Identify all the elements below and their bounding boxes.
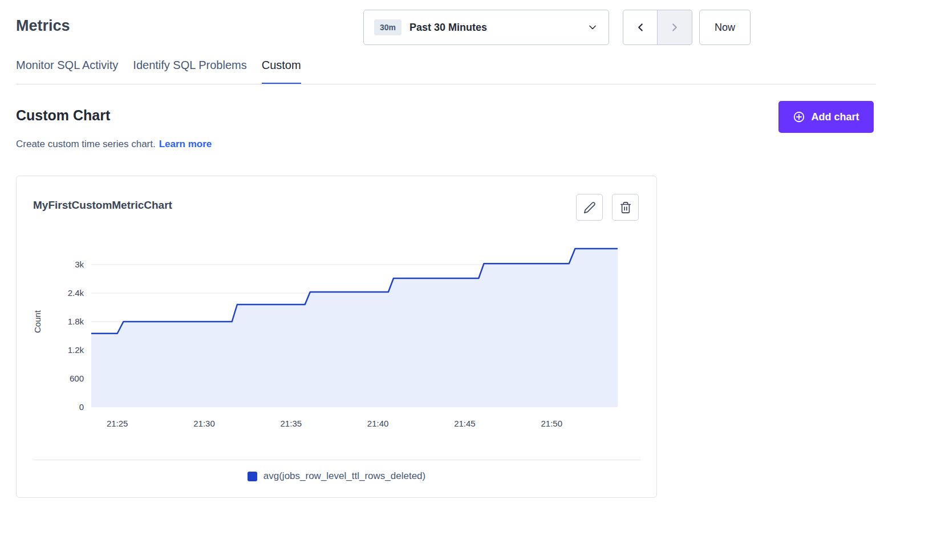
- chart-card: MyFirstCustomMetricChart 06001.2k1.8k2.4…: [16, 176, 657, 498]
- tabs-divider: [16, 84, 876, 84]
- time-range-label: Past 30 Minutes: [409, 22, 579, 34]
- tab-custom[interactable]: Custom: [262, 59, 301, 84]
- chart-legend: avg(jobs_row_level_ttl_rows_deleted): [17, 470, 656, 482]
- trash-icon: [619, 201, 632, 214]
- time-nav-group: [623, 10, 692, 45]
- section-description-text: Create custom time series chart.: [16, 139, 156, 149]
- add-chart-label: Add chart: [811, 111, 859, 123]
- custom-metric-chart: 06001.2k1.8k2.4k3k21:2521:3021:3521:4021…: [31, 233, 624, 434]
- svg-text:21:35: 21:35: [281, 419, 302, 428]
- time-range-badge: 30m: [374, 19, 401, 35]
- delete-chart-button[interactable]: [612, 194, 639, 221]
- svg-text:600: 600: [70, 374, 84, 383]
- svg-text:21:45: 21:45: [454, 419, 476, 428]
- svg-text:Count: Count: [33, 310, 42, 333]
- chevron-down-icon: [587, 22, 598, 33]
- section-description: Create custom time series chart.Learn mo…: [16, 139, 212, 150]
- svg-text:3k: 3k: [75, 259, 84, 269]
- now-button[interactable]: Now: [699, 10, 751, 45]
- prev-time-button[interactable]: [623, 10, 658, 45]
- tab-identify-sql-problems[interactable]: Identify SQL Problems: [133, 59, 246, 84]
- pencil-icon: [583, 201, 596, 214]
- svg-text:0: 0: [79, 402, 84, 412]
- svg-text:21:50: 21:50: [541, 419, 562, 428]
- edit-chart-button[interactable]: [576, 194, 603, 221]
- metrics-tabs: Monitor SQL Activity Identify SQL Proble…: [16, 59, 301, 84]
- plus-circle-icon: [793, 111, 805, 123]
- svg-text:21:30: 21:30: [193, 419, 215, 428]
- tab-monitor-sql-activity[interactable]: Monitor SQL Activity: [16, 59, 118, 84]
- svg-text:2.4k: 2.4k: [68, 288, 84, 298]
- time-range-selector[interactable]: 30m Past 30 Minutes: [363, 10, 609, 45]
- section-title: Custom Chart: [16, 107, 110, 124]
- svg-text:1.8k: 1.8k: [68, 316, 84, 326]
- svg-text:21:25: 21:25: [107, 419, 128, 428]
- page-title: Metrics: [16, 17, 70, 35]
- card-divider: [33, 460, 641, 460]
- next-time-button[interactable]: [658, 10, 692, 45]
- learn-more-link[interactable]: Learn more: [159, 139, 212, 149]
- chevron-right-icon: [668, 21, 681, 34]
- legend-label: avg(jobs_row_level_ttl_rows_deleted): [263, 470, 425, 482]
- chevron-left-icon: [634, 21, 647, 34]
- legend-swatch: [248, 472, 257, 481]
- metrics-page: Metrics 30m Past 30 Minutes Now Monitor …: [0, 0, 941, 560]
- chart-title: MyFirstCustomMetricChart: [33, 199, 172, 212]
- svg-text:21:40: 21:40: [367, 419, 389, 428]
- add-chart-button[interactable]: Add chart: [778, 101, 874, 133]
- svg-text:1.2k: 1.2k: [68, 345, 84, 355]
